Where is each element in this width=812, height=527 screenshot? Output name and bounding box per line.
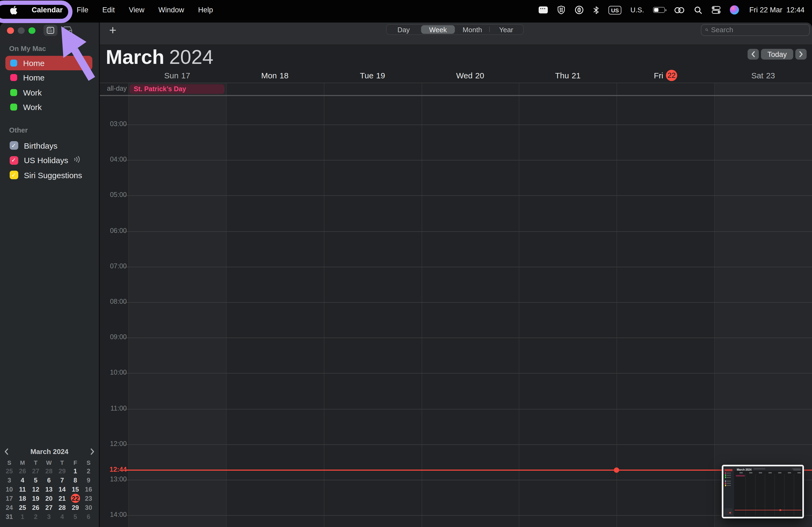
- calendar-checkbox[interactable]: ✓: [10, 171, 18, 179]
- privacy-shield-icon[interactable]: [557, 5, 566, 15]
- mini-calendar-date[interactable]: 6: [42, 476, 56, 485]
- tab-day[interactable]: Day: [387, 25, 420, 34]
- mini-calendar-date[interactable]: 24: [3, 503, 16, 512]
- day-column-thu[interactable]: [519, 82, 617, 527]
- day-column-sat[interactable]: [714, 82, 812, 527]
- mini-calendar-date[interactable]: 4: [16, 476, 29, 485]
- calendar-grid-icon: [47, 27, 54, 33]
- sidebar-item-work[interactable]: Work: [5, 85, 92, 100]
- mini-calendar-date[interactable]: 15: [69, 485, 82, 494]
- screenshot-thumbnail[interactable]: March 2024: [722, 465, 804, 518]
- mini-calendar-date[interactable]: 20: [42, 494, 56, 503]
- mini-calendar-date[interactable]: 10: [3, 485, 16, 494]
- event-st-patricks-day[interactable]: St. Patrick’s Day: [129, 84, 225, 94]
- tab-week[interactable]: Week: [421, 25, 455, 34]
- menu-bar-clock[interactable]: Fri 22 Mar 12:44: [749, 6, 804, 14]
- mini-calendar-date[interactable]: 13: [42, 485, 56, 494]
- menu-edit[interactable]: Edit: [102, 6, 115, 14]
- power-circle-icon[interactable]: [575, 5, 584, 15]
- mini-calendar-date[interactable]: 1: [69, 466, 82, 476]
- mini-calendar-date[interactable]: 26: [29, 503, 42, 512]
- mini-calendar-prev-icon[interactable]: [3, 448, 10, 455]
- mini-calendar-date[interactable]: 3: [42, 512, 56, 521]
- sidebar-item-us-holidays[interactable]: ✓US Holidays: [5, 153, 92, 167]
- linked-rings-icon[interactable]: [674, 6, 685, 14]
- sidebar-item-birthdays[interactable]: ✓Birthdays: [5, 138, 92, 153]
- thumb-title: March 2024: [737, 468, 752, 471]
- day-column-wed[interactable]: [421, 82, 519, 527]
- tab-month[interactable]: Month: [455, 25, 489, 34]
- mini-calendar-date[interactable]: 5: [29, 476, 42, 485]
- calendar-checkbox[interactable]: ✓: [10, 141, 18, 150]
- day-column-fri[interactable]: [617, 82, 714, 527]
- bluetooth-icon[interactable]: [593, 6, 599, 14]
- spotlight-search-icon[interactable]: [694, 6, 702, 14]
- mini-calendar-date[interactable]: 19: [29, 494, 42, 503]
- mini-calendar-date[interactable]: 16: [82, 485, 95, 494]
- day-name: Tue: [360, 71, 374, 80]
- menu-file[interactable]: File: [77, 6, 89, 14]
- sidebar-item-home[interactable]: Home: [5, 56, 92, 70]
- minimize-button[interactable]: [18, 27, 25, 34]
- prev-week-button[interactable]: [748, 49, 759, 60]
- mini-calendar-date[interactable]: 2: [29, 512, 42, 521]
- mini-calendar-date[interactable]: 11: [16, 485, 29, 494]
- apple-menu-icon[interactable]: [10, 5, 18, 15]
- next-week-button[interactable]: [795, 49, 807, 60]
- mini-calendar-date[interactable]: 27: [29, 466, 42, 476]
- close-button[interactable]: [7, 27, 14, 34]
- mini-calendar-date[interactable]: 18: [16, 494, 29, 503]
- search-input[interactable]: [711, 26, 806, 34]
- mini-calendar-date[interactable]: 12: [29, 485, 42, 494]
- sidebar-item-home[interactable]: Home: [5, 70, 92, 85]
- mini-calendar-date[interactable]: 31: [3, 512, 16, 521]
- tab-year[interactable]: Year: [489, 25, 523, 34]
- mini-calendar-date[interactable]: 30: [82, 503, 95, 512]
- mini-calendar-date[interactable]: 25: [16, 503, 29, 512]
- mini-calendar-date[interactable]: 29: [56, 466, 69, 476]
- mini-calendar-date[interactable]: 26: [16, 466, 29, 476]
- sidebar-divider: [99, 22, 100, 527]
- mini-calendar-next-icon[interactable]: [89, 448, 96, 455]
- mini-calendar-date[interactable]: 9: [82, 476, 95, 485]
- search-field[interactable]: [701, 24, 810, 36]
- input-source-badge[interactable]: US: [609, 6, 621, 14]
- mini-calendar-date[interactable]: 4: [56, 512, 69, 521]
- day-column-sun[interactable]: [128, 82, 226, 527]
- mini-calendar-date[interactable]: 14: [56, 485, 69, 494]
- mini-calendar-date[interactable]: 6: [82, 512, 95, 521]
- battery-icon[interactable]: [653, 7, 665, 13]
- menu-view[interactable]: View: [129, 6, 144, 14]
- sidebar-item-work[interactable]: Work: [5, 100, 92, 114]
- mini-calendar-date[interactable]: 7: [56, 476, 69, 485]
- menu-calendar[interactable]: Calendar: [32, 6, 63, 14]
- mini-calendar-date[interactable]: 1: [16, 512, 29, 521]
- menu-help[interactable]: Help: [198, 6, 213, 14]
- mini-calendar-date[interactable]: 27: [42, 503, 56, 512]
- sidebar-item-siri-suggestions[interactable]: ✓Siri Suggestions: [5, 168, 92, 182]
- sidebar-toggle-button[interactable]: [44, 25, 57, 36]
- calendar-checkbox[interactable]: ✓: [10, 156, 18, 165]
- zoom-button[interactable]: [28, 27, 35, 34]
- mini-calendar-date[interactable]: 3: [3, 476, 16, 485]
- siri-icon[interactable]: [730, 5, 739, 15]
- mini-calendar-date[interactable]: 23: [82, 494, 95, 503]
- mini-calendar-date[interactable]: 17: [3, 494, 16, 503]
- control-center-icon[interactable]: [712, 6, 721, 14]
- mini-calendar-date[interactable]: 28: [56, 503, 69, 512]
- menu-window[interactable]: Window: [158, 6, 184, 14]
- window-icon[interactable]: [539, 6, 548, 13]
- today-button[interactable]: Today: [761, 49, 793, 60]
- inbox-button[interactable]: [61, 25, 73, 35]
- mini-calendar-date[interactable]: 5: [69, 512, 82, 521]
- mini-calendar-date[interactable]: 29: [69, 503, 82, 512]
- day-column-mon[interactable]: [226, 82, 324, 527]
- add-event-button[interactable]: +: [107, 24, 119, 36]
- input-source-label[interactable]: U.S.: [630, 6, 644, 14]
- mini-calendar-date[interactable]: 8: [69, 476, 82, 485]
- mini-calendar-date[interactable]: 21: [56, 494, 69, 503]
- day-column-tue[interactable]: [323, 82, 421, 527]
- mini-calendar-date[interactable]: 25: [3, 466, 16, 476]
- mini-calendar-date[interactable]: 28: [42, 466, 56, 476]
- mini-calendar-date[interactable]: 22: [69, 494, 82, 503]
